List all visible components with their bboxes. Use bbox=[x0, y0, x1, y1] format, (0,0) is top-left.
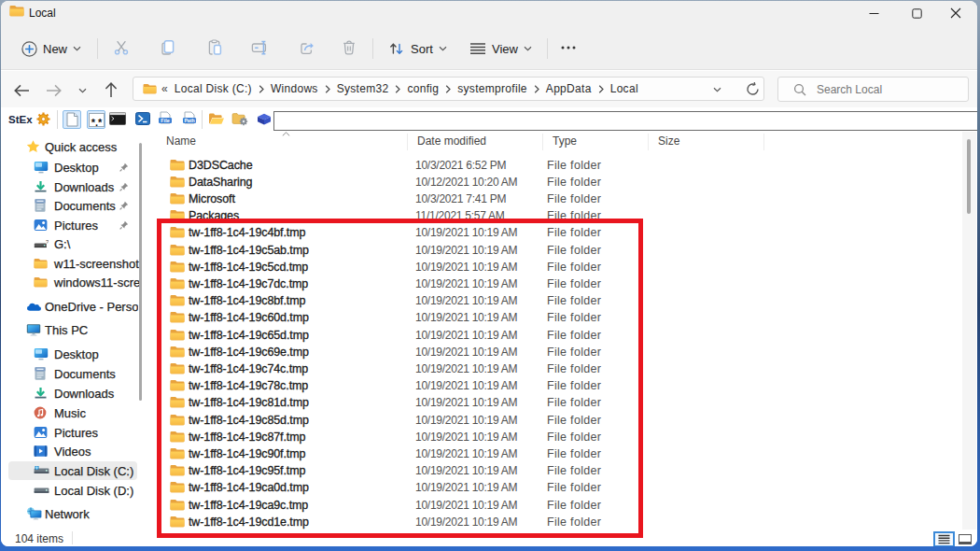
svg-text:Path: Path bbox=[184, 118, 194, 123]
svg-text:File: File bbox=[161, 118, 169, 123]
svg-text:?: ? bbox=[46, 239, 49, 245]
svg-text:*.*: *.* bbox=[91, 116, 102, 126]
